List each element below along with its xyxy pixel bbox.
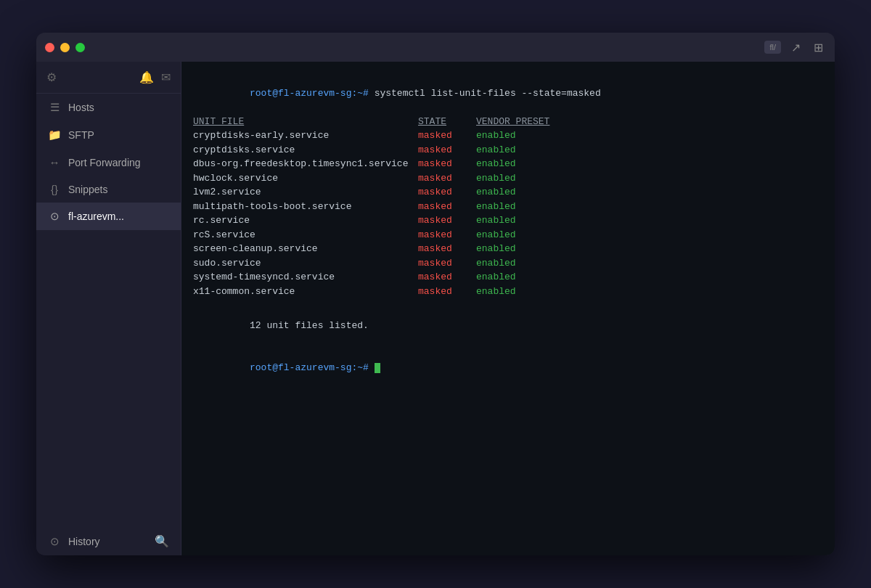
- table-header: UNIT FILE STATE VENDOR PRESET: [193, 115, 823, 129]
- table-row: x11-common.servicemaskedenabled: [193, 285, 823, 299]
- table-row: cryptdisks.servicemaskedenabled: [193, 143, 823, 158]
- sidebar-top: ⚙ 🔔 ✉: [36, 62, 181, 94]
- table-row: cryptdisks-early.servicemaskedenabled: [193, 128, 823, 143]
- label-btn[interactable]: fl/: [764, 41, 781, 54]
- vendor-cell: enabled: [476, 213, 563, 228]
- sidebar-item-snippets[interactable]: {} Snippets: [36, 176, 181, 203]
- snippets-label: Snippets: [68, 184, 169, 195]
- state-cell: masked: [418, 213, 476, 228]
- close-button[interactable]: [45, 43, 54, 52]
- unit-cell: x11-common.service: [193, 285, 418, 299]
- fl-azurevm-icon: ⊙: [48, 210, 61, 223]
- command-text: systemctl list-unit-files --state=masked: [369, 88, 601, 99]
- snippets-icon: {}: [48, 183, 61, 195]
- table-row: rc.servicemaskedenabled: [193, 213, 823, 228]
- vendor-cell: enabled: [476, 157, 563, 171]
- unit-cell: rcS.service: [193, 228, 418, 242]
- sidebar-item-fl-azurevm[interactable]: ⊙ fl-azurevm...: [36, 203, 181, 230]
- table-row: screen-cleanup.servicemaskedenabled: [193, 242, 823, 256]
- unit-cell: cryptdisks.service: [193, 143, 418, 158]
- bell-icon[interactable]: 🔔: [139, 70, 154, 84]
- summary-text: 12 unit files listed.: [250, 320, 369, 331]
- state-cell: masked: [418, 242, 476, 256]
- vendor-cell: enabled: [476, 285, 563, 299]
- new-prompt-text: root@fl-azurevm-sg:~#: [250, 362, 369, 373]
- state-cell: masked: [418, 128, 476, 143]
- sidebar: ⚙ 🔔 ✉ ☰ Hosts 📁 SFTP ↔ Port Forwarding: [36, 62, 181, 555]
- sidebar-item-sftp[interactable]: 📁 SFTP: [36, 121, 181, 149]
- vendor-cell: enabled: [476, 242, 563, 256]
- port-forwarding-icon: ↔: [48, 156, 61, 168]
- state-cell: masked: [418, 200, 476, 214]
- maximize-button[interactable]: [75, 43, 85, 52]
- history-left: ⊙ History: [48, 535, 100, 548]
- state-cell: masked: [418, 143, 476, 158]
- unit-cell: lvm2.service: [193, 185, 418, 200]
- table-row: hwclock.servicemaskedenabled: [193, 171, 823, 186]
- history-icon: ⊙: [48, 535, 61, 548]
- vendor-cell: enabled: [476, 200, 563, 214]
- unit-cell: rc.service: [193, 213, 418, 228]
- settings-icon[interactable]: ⚙: [46, 70, 57, 84]
- port-forwarding-label: Port Forwarding: [68, 157, 169, 168]
- space: [369, 362, 375, 373]
- unit-cell: screen-cleanup.service: [193, 242, 418, 256]
- state-cell: masked: [418, 270, 476, 285]
- sftp-icon: 📁: [48, 128, 61, 142]
- search-icon[interactable]: 🔍: [155, 534, 169, 548]
- col-state-header: STATE: [418, 115, 476, 129]
- col-vendor-header: VENDOR PRESET: [476, 115, 563, 129]
- table-row: dbus-org.freedesktop.timesync1.servicema…: [193, 157, 823, 171]
- sidebar-top-icons: 🔔 ✉: [139, 70, 171, 84]
- cursor: [375, 363, 380, 373]
- state-cell: masked: [418, 171, 476, 186]
- vendor-cell: enabled: [476, 256, 563, 271]
- prompt-text: root@fl-azurevm-sg:~#: [250, 88, 369, 99]
- vendor-cell: enabled: [476, 143, 563, 158]
- table-row: multipath-tools-boot.servicemaskedenable…: [193, 200, 823, 214]
- vendor-cell: enabled: [476, 228, 563, 242]
- summary-line: 12 unit files listed.: [193, 304, 823, 347]
- new-prompt-line: root@fl-azurevm-sg:~#: [193, 347, 823, 390]
- unit-cell: systemd-timesyncd.service: [193, 270, 418, 285]
- sftp-label: SFTP: [68, 129, 169, 141]
- minimize-button[interactable]: [60, 43, 70, 52]
- command-line: root@fl-azurevm-sg:~# systemctl list-uni…: [193, 72, 823, 115]
- vendor-cell: enabled: [476, 185, 563, 200]
- unit-cell: dbus-org.freedesktop.timesync1.service: [193, 157, 418, 171]
- vendor-cell: enabled: [476, 128, 563, 143]
- state-cell: masked: [418, 157, 476, 171]
- table-row: sudo.servicemaskedenabled: [193, 256, 823, 271]
- titlebar-controls: fl/ ↗ ⊞: [764, 39, 826, 56]
- layout-icon[interactable]: ⊞: [811, 39, 826, 56]
- titlebar: fl/ ↗ ⊞: [36, 33, 835, 62]
- state-cell: masked: [418, 185, 476, 200]
- unit-cell: cryptdisks-early.service: [193, 128, 418, 143]
- state-cell: masked: [418, 285, 476, 299]
- table-row: rcS.servicemaskedenabled: [193, 228, 823, 242]
- fl-azurevm-label: fl-azurevm...: [68, 211, 169, 222]
- vendor-cell: enabled: [476, 270, 563, 285]
- mail-icon[interactable]: ✉: [161, 70, 171, 84]
- unit-cell: hwclock.service: [193, 171, 418, 186]
- table-rows: cryptdisks-early.servicemaskedenabledcry…: [193, 128, 823, 298]
- sidebar-item-port-forwarding[interactable]: ↔ Port Forwarding: [36, 149, 181, 176]
- table-row: systemd-timesyncd.servicemaskedenabled: [193, 270, 823, 285]
- main-content: ⚙ 🔔 ✉ ☰ Hosts 📁 SFTP ↔ Port Forwarding: [36, 62, 835, 555]
- state-cell: masked: [418, 256, 476, 271]
- terminal-pane[interactable]: root@fl-azurevm-sg:~# systemctl list-uni…: [181, 62, 835, 555]
- table-row: lvm2.servicemaskedenabled: [193, 185, 823, 200]
- unit-cell: sudo.service: [193, 256, 418, 271]
- history-label: History: [68, 536, 100, 547]
- unit-cell: multipath-tools-boot.service: [193, 200, 418, 214]
- terminal-content: root@fl-azurevm-sg:~# systemctl list-uni…: [181, 62, 835, 555]
- main-window: fl/ ↗ ⊞ ⚙ 🔔 ✉ ☰ Hosts 📁 SFTP: [36, 33, 835, 555]
- vendor-cell: enabled: [476, 171, 563, 186]
- sidebar-item-history[interactable]: ⊙ History 🔍: [36, 527, 181, 555]
- col-unit-header: UNIT FILE: [193, 115, 418, 129]
- traffic-lights: [45, 43, 85, 52]
- state-cell: masked: [418, 228, 476, 242]
- sidebar-item-hosts[interactable]: ☰ Hosts: [36, 94, 181, 121]
- share-icon[interactable]: ↗: [788, 39, 803, 56]
- hosts-icon: ☰: [48, 101, 61, 114]
